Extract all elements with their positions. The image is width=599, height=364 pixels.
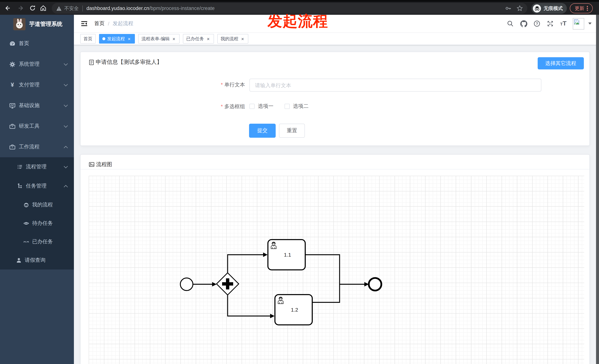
tab-close-icon[interactable]: × xyxy=(127,36,132,41)
sidebar-item-label: 待办任务 xyxy=(32,220,53,227)
briefcase-icon xyxy=(9,123,16,129)
sidebar-item-label: 首页 xyxy=(19,40,29,47)
reload-icon xyxy=(29,5,36,11)
key-icon xyxy=(505,5,511,11)
apply-info-card: 申请信息【测试多审批人】 选择其它流程 *单行文本 *多选框组 选项一 选项二 xyxy=(80,52,590,146)
process-diagram-card: 流程图 xyxy=(80,154,590,364)
user-avatar[interactable] xyxy=(573,18,584,29)
bpmn-diagram: 1.1 1.2 xyxy=(89,176,585,364)
briefcase-icon xyxy=(9,144,16,150)
checkbox-group: 选项一 选项二 xyxy=(249,103,308,110)
apply-info-title-row: 申请信息【测试多审批人】 xyxy=(89,59,162,66)
tab-close-icon[interactable]: × xyxy=(206,36,211,41)
monitor-icon xyxy=(9,102,16,109)
sidebar-item-workflow[interactable]: 工作流程 xyxy=(0,137,74,157)
required-mark: * xyxy=(221,103,223,109)
caret-down-icon xyxy=(588,23,592,25)
fullscreen-button[interactable] xyxy=(547,20,554,27)
browser-home-button[interactable] xyxy=(39,4,48,13)
chevron-down-icon xyxy=(63,84,68,86)
browser-forward-button[interactable] xyxy=(17,4,26,13)
choose-other-process-button[interactable]: 选择其它流程 xyxy=(538,57,584,69)
gear-icon xyxy=(9,61,16,67)
apply-info-title: 申请信息【测试多审批人】 xyxy=(96,59,162,66)
chevron-up-icon xyxy=(63,146,68,148)
tab-close-icon[interactable]: × xyxy=(240,36,245,41)
submit-button[interactable]: 提交 xyxy=(249,124,276,138)
bpmn-parallel-gateway[interactable] xyxy=(217,273,239,295)
tab-start-process[interactable]: 发起流程 × xyxy=(99,34,135,43)
bpmn-start-event[interactable] xyxy=(180,278,193,290)
bpmn-end-event[interactable] xyxy=(369,278,381,290)
breadcrumb: 首页 / 发起流程 xyxy=(94,20,133,27)
sidebar-item-devtools[interactable]: 研发工具 xyxy=(0,116,74,137)
tab-label: 发起流程 xyxy=(107,36,125,42)
help-button[interactable]: ? xyxy=(534,20,541,27)
url-text: dashboard.yudao.iocoder.cn/bpm/process-i… xyxy=(87,6,214,11)
search-button[interactable] xyxy=(507,20,514,27)
sidebar-item-leave-query[interactable]: 请假查询 xyxy=(0,251,74,270)
face-icon xyxy=(23,202,29,208)
yen-icon: ¥ xyxy=(9,82,16,88)
sidebar-item-label: 已办任务 xyxy=(32,238,53,245)
sidebar-item-done-tasks[interactable]: 已办任务 xyxy=(0,233,74,251)
bookmark-star-button[interactable] xyxy=(517,5,523,11)
checkbox-group-label: *多选框组 xyxy=(80,103,245,110)
url-path: /bpm/process-instance/create xyxy=(149,6,214,11)
browser-reload-button[interactable] xyxy=(28,4,37,13)
tab-done-tasks[interactable]: 已办任务 × xyxy=(183,34,214,43)
checkbox-option-2[interactable] xyxy=(284,104,290,109)
chevron-down-icon xyxy=(63,104,68,107)
breadcrumb-current: 发起流程 xyxy=(113,20,133,27)
font-size-button[interactable]: TT xyxy=(560,20,566,27)
text-field-label: *单行文本 xyxy=(80,82,245,88)
required-mark: * xyxy=(221,82,223,87)
single-line-text-input[interactable] xyxy=(249,79,541,92)
person-icon xyxy=(16,257,22,263)
tab-process-form-edit[interactable]: 流程表单-编辑 × xyxy=(138,34,180,43)
breadcrumb-separator: / xyxy=(108,21,109,26)
incognito-badge: 无痕模式 xyxy=(531,3,567,14)
sidebar-logo-row[interactable]: 芋道管理系统 xyxy=(0,15,74,33)
avatar-caret-button[interactable] xyxy=(588,23,592,25)
checkbox-option-1-label[interactable]: 选项一 xyxy=(258,103,273,110)
sidebar-item-task-management[interactable]: 任务管理 xyxy=(0,177,74,196)
sidebar-item-label: 工作流程 xyxy=(19,144,40,150)
checkbox-option-2-label[interactable]: 选项二 xyxy=(293,103,308,110)
tab-home[interactable]: 首页 xyxy=(80,34,96,43)
sidebar-item-process-management[interactable]: 流程管理 xyxy=(0,157,74,177)
bpmn-user-task-1-1[interactable]: 1.1 xyxy=(268,240,305,270)
password-key-button[interactable] xyxy=(505,5,511,11)
sidebar-collapse-button[interactable] xyxy=(80,20,88,28)
reset-button[interactable]: 重置 xyxy=(279,124,305,138)
url-divider xyxy=(82,5,83,11)
sidebar-item-payment[interactable]: ¥ 支付管理 xyxy=(0,75,74,95)
breadcrumb-home[interactable]: 首页 xyxy=(94,20,105,27)
browser-update-menu-button[interactable]: 更新 xyxy=(570,3,593,13)
browser-back-button[interactable] xyxy=(3,4,12,13)
window-scrollbar[interactable] xyxy=(596,15,599,364)
sidebar-item-label: 支付管理 xyxy=(19,82,40,88)
bpmn-canvas[interactable]: 1.1 1.2 xyxy=(89,176,584,364)
sidebar-item-my-processes[interactable]: 我的流程 xyxy=(0,196,74,214)
github-button[interactable] xyxy=(520,20,527,27)
tab-my-processes[interactable]: 我的流程 × xyxy=(217,34,248,43)
bpmn-user-task-1-2[interactable]: 1.2 xyxy=(275,295,312,325)
tree-list-icon xyxy=(17,164,23,170)
sidebar-item-home[interactable]: 首页 xyxy=(0,33,74,54)
sidebar-item-label: 研发工具 xyxy=(19,123,40,130)
tab-label: 首页 xyxy=(84,36,92,42)
sidebar-item-label: 我的流程 xyxy=(32,202,53,208)
kebab-menu-icon xyxy=(587,6,588,11)
checkbox-option-1[interactable] xyxy=(249,104,255,109)
sidebar-item-system[interactable]: 系统管理 xyxy=(0,54,74,75)
outdent-icon xyxy=(80,20,88,27)
eye-icon xyxy=(23,220,29,227)
diagram-title: 流程图 xyxy=(96,161,112,168)
sidebar-item-infrastructure[interactable]: 基础设施 xyxy=(0,95,74,116)
sidebar-item-label: 任务管理 xyxy=(26,183,47,189)
tab-close-icon[interactable]: × xyxy=(171,36,176,41)
github-icon xyxy=(520,20,527,27)
form-buttons: 提交 重置 xyxy=(249,124,305,138)
sidebar-item-todo-tasks[interactable]: 待办任务 xyxy=(0,214,74,233)
